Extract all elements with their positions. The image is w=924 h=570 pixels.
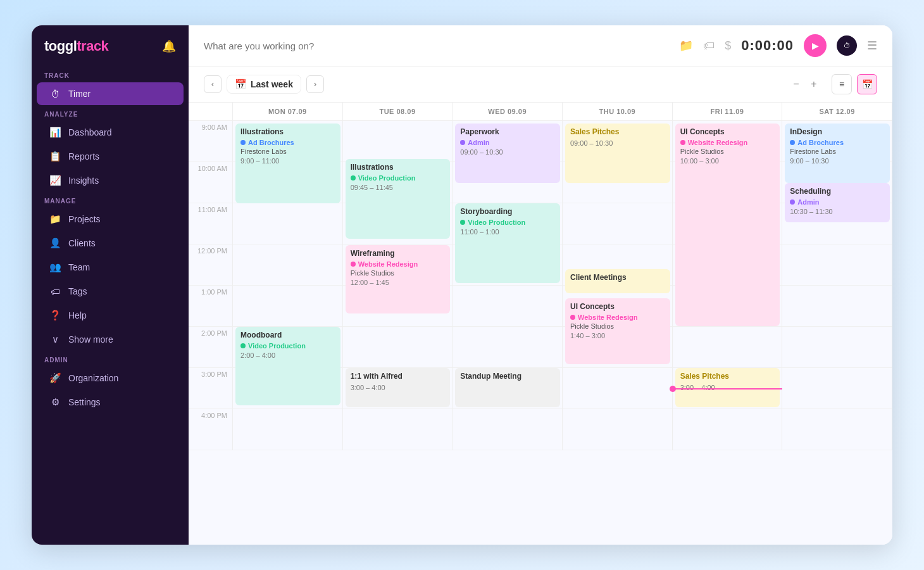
day-headers: MON 07.09 TUE 08.09 WED 09.09 THU 10.09 … bbox=[189, 103, 892, 121]
sidebar-item-team[interactable]: 👥 Team bbox=[37, 256, 184, 279]
zoom-in-button[interactable]: + bbox=[806, 77, 821, 92]
top-bar: 📁 🏷 $ 0:00:00 ▶ ⏱ ☰ bbox=[189, 25, 892, 66]
sidebar-item-projects[interactable]: 📁 Projects bbox=[37, 208, 184, 231]
billing-icon[interactable]: $ bbox=[725, 39, 731, 53]
folder-icon[interactable]: 📁 bbox=[679, 39, 693, 53]
event-wireframing-tue[interactable]: Wireframing Website Redesign Pickle Stud… bbox=[346, 245, 451, 314]
event-title: Illustrations bbox=[351, 163, 446, 173]
event-title: Client Meetings bbox=[570, 273, 665, 283]
list-view-button[interactable]: ≡ bbox=[832, 74, 852, 94]
analyze-section-label: ANALYZE bbox=[32, 106, 189, 120]
menu-icon[interactable]: ☰ bbox=[867, 39, 877, 53]
prev-period-button[interactable]: ‹ bbox=[204, 75, 222, 93]
tags-icon: 🏷 bbox=[49, 286, 61, 297]
time-slot-1pm: 1:00 PM bbox=[189, 286, 233, 327]
sidebar-logo: toggltrack 🔔 bbox=[32, 38, 189, 67]
dashboard-icon: 📊 bbox=[49, 127, 61, 138]
current-period[interactable]: 📅 Last week bbox=[227, 75, 301, 94]
event-time: 10:00 – 3:00 bbox=[680, 157, 775, 165]
event-title: Illustrations bbox=[240, 127, 335, 137]
event-illustrations-tue[interactable]: Illustrations Video Production 09:45 – 1… bbox=[346, 159, 451, 239]
event-tag-label: Website Redesign bbox=[688, 139, 748, 146]
insights-icon: 📈 bbox=[49, 175, 61, 186]
sidebar-item-insights[interactable]: 📈 Insights bbox=[37, 169, 184, 192]
zoom-controls: − + bbox=[789, 77, 821, 92]
avatar[interactable]: ⏱ bbox=[837, 35, 857, 56]
event-tag: Admin bbox=[460, 139, 555, 146]
event-tag-label: Video Production bbox=[468, 218, 525, 226]
event-alfred-tue[interactable]: 1:1 with Alfred 3:00 – 4:00 bbox=[346, 368, 451, 407]
event-title: Wireframing bbox=[351, 249, 446, 259]
event-time: 3:00 – 4:00 bbox=[680, 384, 775, 391]
help-icon: ❓ bbox=[49, 310, 61, 321]
event-paperwork-wed[interactable]: Paperwork Admin 09:00 – 10:30 bbox=[455, 124, 560, 183]
event-title: UI Concepts bbox=[680, 127, 775, 137]
sidebar-item-show-more[interactable]: ∨ Show more bbox=[37, 328, 184, 351]
event-title: Storyboarding bbox=[460, 207, 555, 217]
event-sales-thu[interactable]: Sales Pitches 09:00 – 10:30 bbox=[565, 124, 670, 183]
time-slot-10am: 10:00 AM bbox=[189, 162, 233, 203]
calendar-icon: 📅 bbox=[235, 79, 247, 90]
event-tag: Ad Brochures bbox=[240, 139, 335, 146]
zoom-out-button[interactable]: − bbox=[789, 77, 804, 92]
event-dot bbox=[460, 140, 465, 145]
next-period-button[interactable]: › bbox=[306, 75, 324, 93]
event-title: UI Concepts bbox=[570, 302, 665, 312]
search-input[interactable] bbox=[204, 41, 669, 51]
chevron-down-icon: ∨ bbox=[49, 334, 61, 345]
reports-icon: 📋 bbox=[49, 151, 61, 162]
tag-icon[interactable]: 🏷 bbox=[703, 39, 715, 53]
event-uiconcepts-thu[interactable]: UI Concepts Website Redesign Pickle Stud… bbox=[565, 298, 670, 364]
event-tag-label: Website Redesign bbox=[578, 314, 638, 321]
event-indesign-sat[interactable]: InDesign Ad Brochures Firestone Labs 9:0… bbox=[785, 124, 890, 183]
main-content: 📁 🏷 $ 0:00:00 ▶ ⏱ ☰ ‹ 📅 Last week › bbox=[189, 25, 892, 545]
event-tag-label: Website Redesign bbox=[358, 260, 418, 268]
day-header-fri: FRI 11.09 bbox=[673, 103, 783, 120]
event-title: 1:1 with Alfred bbox=[351, 372, 446, 382]
day-events-mon: Illustrations Ad Brochures Firestone Lab… bbox=[233, 121, 343, 545]
calendar-header: ‹ 📅 Last week › − + ≡ 📅 bbox=[189, 66, 892, 103]
event-tag-label: Ad Brochures bbox=[248, 139, 294, 146]
event-title: Sales Pitches bbox=[570, 127, 665, 137]
sidebar-item-dashboard[interactable]: 📊 Dashboard bbox=[37, 121, 184, 144]
calendar-area: MON 07.09 TUE 08.09 WED 09.09 THU 10.09 … bbox=[189, 103, 892, 545]
app-container: toggltrack 🔔 TRACK ⏱ Timer ANALYZE 📊 Das… bbox=[32, 25, 892, 545]
sidebar-item-help[interactable]: ❓ Help bbox=[37, 304, 184, 327]
event-time: 2:00 – 4:00 bbox=[240, 352, 335, 359]
event-sales-fri[interactable]: Sales Pitches 3:00 – 4:00 bbox=[675, 368, 780, 407]
event-time: 9:00 – 10:30 bbox=[790, 157, 885, 165]
time-slot-2pm: 2:00 PM bbox=[189, 327, 233, 368]
event-illustrations-mon[interactable]: Illustrations Ad Brochures Firestone Lab… bbox=[235, 124, 340, 203]
timer-icon: ⏱ bbox=[49, 88, 61, 99]
event-clientmeetings-thu[interactable]: Client Meetings bbox=[565, 269, 670, 293]
sidebar-item-tags[interactable]: 🏷 Tags bbox=[37, 280, 184, 303]
event-dot bbox=[790, 200, 795, 205]
start-timer-button[interactable]: ▶ bbox=[804, 34, 827, 57]
event-tag-label: Admin bbox=[468, 139, 489, 146]
projects-icon: 📁 bbox=[49, 213, 61, 225]
sidebar-item-organization[interactable]: 🚀 Organization bbox=[37, 367, 184, 390]
sidebar-item-settings[interactable]: ⚙ Settings bbox=[37, 391, 184, 414]
event-dot bbox=[240, 343, 246, 348]
sidebar-item-reports[interactable]: 📋 Reports bbox=[37, 145, 184, 168]
sidebar-item-timer[interactable]: ⏱ Timer bbox=[37, 82, 184, 105]
event-subtitle: Firestone Labs bbox=[790, 148, 885, 155]
event-tag: Video Production bbox=[240, 342, 335, 350]
event-standup-wed[interactable]: Standup Meeting bbox=[455, 368, 560, 407]
event-moodboard-mon[interactable]: Moodboard Video Production 2:00 – 4:00 bbox=[235, 327, 340, 405]
sidebar-item-clients[interactable]: 👤 Clients bbox=[37, 232, 184, 255]
calendar-view-button[interactable]: 📅 bbox=[857, 74, 877, 94]
event-uiconcepts-fri[interactable]: UI Concepts Website Redesign Pickle Stud… bbox=[675, 124, 780, 326]
top-bar-actions: 📁 🏷 $ 0:00:00 ▶ ⏱ ☰ bbox=[679, 34, 877, 57]
time-slot-12pm: 12:00 PM bbox=[189, 244, 233, 286]
event-dot bbox=[351, 262, 356, 267]
day-header-sat: SAT 12.09 bbox=[782, 103, 892, 120]
event-subtitle: Pickle Studios bbox=[351, 269, 446, 277]
notifications-icon[interactable]: 🔔 bbox=[162, 39, 176, 53]
event-dot bbox=[790, 140, 795, 145]
time-slot-11am: 11:00 AM bbox=[189, 203, 233, 244]
event-scheduling-sat[interactable]: Scheduling Admin 10:30 – 11:30 bbox=[785, 183, 890, 222]
event-tag-label: Video Production bbox=[248, 342, 306, 350]
event-tag: Ad Brochures bbox=[790, 139, 885, 146]
event-storyboarding-wed[interactable]: Storyboarding Video Production 11:00 – 1… bbox=[455, 203, 560, 283]
